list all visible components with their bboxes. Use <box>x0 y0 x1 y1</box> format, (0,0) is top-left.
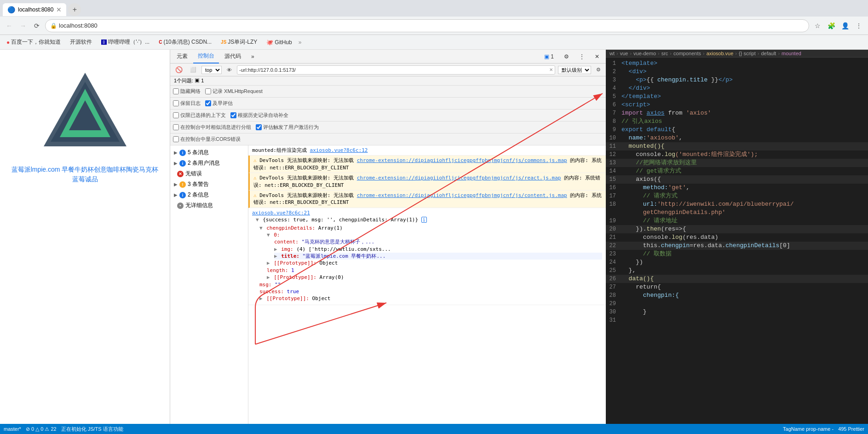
breadcrumb-sep6: › <box>735 51 737 56</box>
clear-console-icon[interactable]: 🚫 <box>173 66 185 74</box>
context-select[interactable]: top <box>201 66 222 74</box>
category-messages[interactable]: ▶ i 5 条消息 <box>170 147 248 158</box>
expand-arrow[interactable]: ▼ <box>256 217 259 223</box>
expand-img[interactable]: ▶ <box>274 246 277 252</box>
bookmark-github[interactable]: 🐙 GitHub <box>264 38 294 46</box>
code-line-26: 26 data(){ <box>606 275 868 283</box>
forward-button[interactable]: → <box>17 20 29 31</box>
category-errors[interactable]: ✕ 无错误 <box>170 168 248 179</box>
filter-user-activation[interactable]: 评估触发了用户激活行为 <box>256 124 319 131</box>
filter-hide-network[interactable]: 隐藏网络 <box>173 88 201 95</box>
tree-chengpin-details: ▼ chengpinDetails: Array(1) <box>259 225 602 231</box>
bookmark-opensource[interactable]: 开源软件 <box>67 37 95 47</box>
devtools-settings-icon[interactable]: ⚙ <box>559 50 574 64</box>
tree-content: content: "马克杯的意思是大柄杯子，... <box>274 238 602 245</box>
autocomplete-checkbox[interactable] <box>230 112 236 118</box>
menu-icon[interactable]: ⋮ <box>853 20 864 31</box>
expand-0[interactable]: ▼ <box>267 232 270 238</box>
selected-context-checkbox[interactable] <box>173 112 179 118</box>
close-tab-icon[interactable]: ✕ <box>56 6 62 13</box>
devtools-close-icon[interactable]: ✕ <box>590 50 604 64</box>
category-user-messages[interactable]: ▶ i 2 条用户消息 <box>170 158 248 168</box>
record-xhr-checkbox[interactable] <box>205 88 211 94</box>
code-line-18: 18 url:'http://iwenwiki.com/api/blueberr… <box>606 200 868 208</box>
devtools-toolbar: 🚫 ⬜ top 👁 -url:http://127.0.0.1:5173/ ✕ … <box>170 64 606 76</box>
eye-icon[interactable]: 👁 <box>224 67 234 73</box>
eager-eval-checkbox[interactable] <box>205 100 211 106</box>
warning-link1[interactable]: chrome-extension://dipiagiiohfljcicegpgf… <box>357 157 567 163</box>
console-messages: mounted:组件渲染完成 axiosob.vue?8c6c:12 ⚠ Dev… <box>248 145 606 424</box>
bookmark-bilibili[interactable]: 🅱 哔哩哔哩（'·'）... <box>98 37 152 47</box>
msg-text: DevTools 无法加载来源映射: 无法加载 <box>259 192 356 198</box>
category-warnings[interactable]: ▶ ! 3 条警告 <box>170 179 248 190</box>
warning-link2[interactable]: chrome-extension://dipiagiiohfljcicegpgf… <box>357 175 561 181</box>
warning-icon: ⚠ <box>253 157 259 163</box>
bookmark-js[interactable]: JS JS单词-LZY <box>218 37 260 47</box>
key-msg: msg: <box>259 282 275 288</box>
filter-preserve-log[interactable]: 保留日志 <box>173 100 201 107</box>
issue-bar: 1个问题: ▣ 1 <box>170 76 606 86</box>
profile-icon[interactable]: 👤 <box>839 20 851 31</box>
category-info[interactable]: ▶ i 2 条信息 <box>170 190 248 200</box>
filter-record-xhr[interactable]: 记录 XMLHttpRequest <box>205 88 263 95</box>
devtools-more-icon[interactable]: ⋮ <box>575 50 589 64</box>
bookmark-csdn[interactable]: C (10条消息) CSDN... <box>156 37 214 47</box>
product-text: 蓝莓派lmpie.com 早餐牛奶杯创意咖啡杯陶瓷马克杯 蓝莓诚品 <box>9 165 161 184</box>
key-success: success: <box>259 289 287 295</box>
object-tree: ▼ chengpinDetails: Array(1) ▼ 0: <box>252 224 602 303</box>
expand-chengpin[interactable]: ▼ <box>259 225 263 231</box>
category-verbose[interactable]: • 无详细信息 <box>170 200 248 211</box>
code-line-13: 13 //把网络请求放到这里 <box>606 159 868 167</box>
preserve-log-checkbox[interactable] <box>173 100 179 106</box>
devtools-panel: 元素 控制台 源代码 » ▣ 1 ⚙ ⋮ ✕ 🚫 ⬜ top 👁 -url:ht… <box>170 50 606 424</box>
expand-proto1[interactable]: ▶ <box>267 260 270 266</box>
hide-network-checkbox[interactable] <box>173 88 179 94</box>
show-cors-checkbox[interactable] <box>173 136 179 142</box>
val-chengpin: Array(1) <box>318 225 343 231</box>
new-tab-button[interactable]: + <box>68 3 81 16</box>
filter-group-similar[interactable]: 在控制台中对相似消息进行分组 <box>173 124 251 131</box>
code-editor: wt › vue › vue-demo › src › components ›… <box>606 50 868 424</box>
tab-sources[interactable]: 源代码 <box>220 50 246 64</box>
tree-prototype-root: ▶ [[Prototype]]: Object <box>259 295 602 302</box>
reload-button[interactable]: ⟳ <box>31 20 42 31</box>
settings-gear-icon[interactable]: ⚙ <box>594 66 603 73</box>
msg-file-link2[interactable]: axiosob.vue?8c6c:21 <box>252 210 310 216</box>
js-icon: JS <box>221 40 226 45</box>
tab-more[interactable]: » <box>247 50 259 64</box>
warnings-icon: ! <box>179 181 186 188</box>
tree-title: ▶ title: "蓝莓派lmpie.com 早餐牛奶杯... <box>274 253 602 260</box>
devtools-filters-5: 在控制台中显示CORS错误 <box>170 133 606 145</box>
more-bookmarks[interactable]: » <box>299 39 302 46</box>
code-line-10: 10 name:'axiosob', <box>606 134 868 142</box>
devtools-issues-badge[interactable]: ▣ 1 <box>540 50 558 64</box>
breadcrumb-vuedem: vue-demo <box>633 51 656 56</box>
filter-eager-eval[interactable]: 及早评估 <box>205 100 233 107</box>
tab-console[interactable]: 控制台 <box>193 50 219 64</box>
warning-icon: ⚠ <box>253 175 259 181</box>
warning-icon: ⚠ <box>253 192 259 198</box>
address-bar[interactable]: 🔒 localhost:8080 <box>45 19 809 32</box>
filter-selected-context[interactable]: 仅限已选择的上下文 <box>173 112 226 119</box>
val-title: "蓝莓派lmpie.com 早餐牛奶杯... <box>303 253 386 259</box>
log-level-select[interactable]: 默认级别 <box>558 66 591 74</box>
back-button[interactable]: ← <box>4 20 15 31</box>
code-line-15: 15 axios({ <box>606 175 868 184</box>
bookmark-icon[interactable]: ☆ <box>812 20 823 31</box>
warning-link3[interactable]: chrome-extension://dipiagiiohfljcicegpgf… <box>357 192 567 198</box>
filter-clear-button[interactable]: ✕ <box>549 67 553 72</box>
expand-proto2[interactable]: ▶ <box>267 274 270 280</box>
tab-elements[interactable]: 元素 <box>172 50 192 64</box>
filter-show-cors[interactable]: 在控制台中显示CORS错误 <box>173 136 241 143</box>
console-inspect-icon[interactable]: ⬜ <box>188 66 199 73</box>
msg-file-link[interactable]: axiosob.vue?8c6c:12 <box>310 147 368 153</box>
code-line-17: 17 // 请求方式 <box>606 192 868 200</box>
bookmark-baidu[interactable]: ● 百度一下，你就知道 <box>4 37 63 47</box>
expand-proto-root[interactable]: ▶ <box>259 295 263 301</box>
filter-autocomplete[interactable]: 根据历史记录自动补全 <box>230 112 288 119</box>
extensions-icon[interactable]: 🧩 <box>826 20 837 31</box>
expand-title[interactable]: ▶ <box>274 253 277 259</box>
group-similar-checkbox[interactable] <box>173 124 179 130</box>
arrow-icon <box>174 171 175 176</box>
user-activation-checkbox[interactable] <box>256 124 262 130</box>
